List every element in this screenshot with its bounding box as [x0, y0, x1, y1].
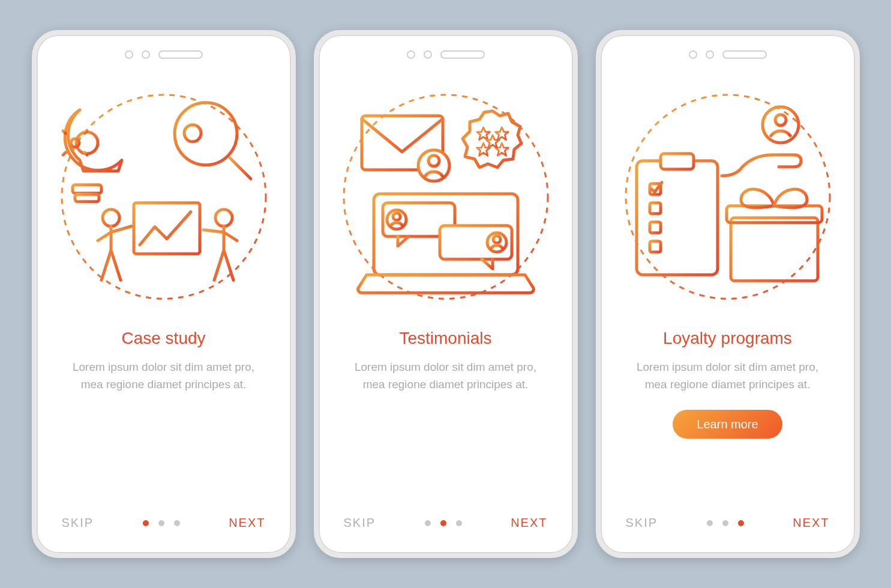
lightbulb-gear-icon	[58, 110, 122, 202]
presentation-people-icon	[98, 203, 237, 284]
page-indicator	[143, 520, 180, 526]
dot-3[interactable]	[456, 520, 462, 526]
gift-box-icon	[727, 189, 822, 281]
next-button[interactable]: NEXT	[507, 515, 551, 530]
svg-rect-58	[650, 241, 661, 252]
svg-rect-50	[637, 161, 718, 275]
phone-speaker	[619, 46, 837, 65]
svg-point-49	[775, 115, 786, 125]
skip-button[interactable]: SKIP	[58, 515, 98, 530]
laptop-chat-icon	[358, 194, 533, 293]
phone-speaker	[55, 46, 273, 65]
dot-2[interactable]	[158, 520, 164, 526]
hand-avatar-icon	[722, 107, 801, 176]
onboarding-title: Testimonials	[337, 329, 555, 348]
svg-point-24	[215, 209, 232, 226]
onboarding-title: Case study	[55, 329, 273, 348]
dot-2[interactable]	[722, 520, 728, 526]
onboarding-footer: SKIP NEXT	[619, 515, 837, 530]
testimonials-illustration	[337, 65, 555, 329]
svg-rect-19	[134, 203, 200, 254]
svg-rect-2	[75, 194, 99, 202]
svg-marker-33	[486, 135, 499, 148]
svg-point-23	[103, 209, 119, 226]
onboarding-footer: SKIP NEXT	[337, 515, 555, 530]
case-study-illustration	[55, 65, 273, 329]
dot-2[interactable]	[440, 520, 446, 526]
svg-line-8	[63, 131, 65, 133]
svg-line-9	[85, 152, 87, 155]
svg-point-15	[184, 125, 201, 142]
next-button[interactable]: NEXT	[225, 515, 269, 530]
svg-rect-51	[661, 154, 694, 169]
onboarding-screen-2: Testimonials Lorem ipsum dolor sit dim a…	[314, 30, 578, 558]
envelope-avatar-icon	[362, 116, 449, 181]
svg-line-10	[85, 131, 87, 133]
loyalty-programs-illustration	[619, 65, 837, 329]
skip-button[interactable]: SKIP	[622, 515, 662, 530]
dot-3[interactable]	[738, 520, 744, 526]
svg-marker-32	[495, 143, 508, 156]
onboarding-screen-1: Case study Lorem ipsum dolor sit dim ame…	[32, 30, 296, 558]
svg-rect-1	[73, 185, 101, 193]
phone-speaker	[337, 46, 555, 65]
svg-rect-54	[650, 203, 661, 214]
onboarding-footer: SKIP NEXT	[55, 515, 273, 530]
svg-line-11	[63, 152, 65, 155]
onboarding-description: Lorem ipsum dolor sit dim amet pro, mea …	[55, 359, 273, 393]
onboarding-title: Loyalty programs	[619, 329, 837, 348]
learn-more-button[interactable]: Learn more	[673, 410, 782, 439]
page-indicator	[707, 520, 744, 526]
svg-rect-56	[650, 222, 661, 233]
svg-marker-29	[476, 127, 490, 140]
clipboard-checklist-icon	[637, 154, 718, 275]
page-indicator	[425, 520, 462, 526]
onboarding-description: Lorem ipsum dolor sit dim amet pro, mea …	[619, 359, 837, 393]
magnifier-key-icon	[175, 103, 251, 179]
svg-marker-30	[495, 127, 508, 140]
dot-1[interactable]	[707, 520, 713, 526]
svg-line-14	[230, 158, 251, 179]
dot-1[interactable]	[143, 520, 149, 526]
dot-1[interactable]	[425, 520, 431, 526]
dot-3[interactable]	[174, 520, 180, 526]
onboarding-screen-3: Loyalty programs Lorem ipsum dolor sit d…	[596, 30, 860, 558]
skip-button[interactable]: SKIP	[340, 515, 380, 530]
onboarding-description: Lorem ipsum dolor sit dim amet pro, mea …	[337, 359, 555, 393]
next-button[interactable]: NEXT	[789, 515, 833, 530]
svg-marker-31	[476, 143, 490, 156]
